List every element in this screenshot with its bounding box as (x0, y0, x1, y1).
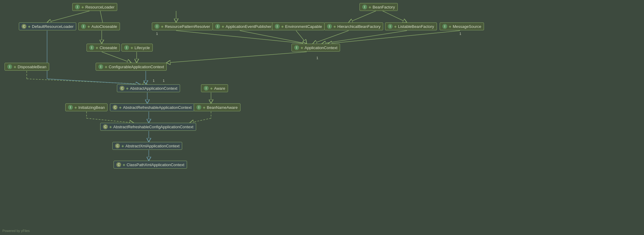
node-Lifecycle[interactable]: I ◈ Lifecycle (121, 44, 153, 52)
svg-text:1: 1 (316, 56, 318, 60)
svg-line-33 (190, 118, 211, 123)
interface-icon: I (275, 24, 280, 29)
interface-icon: I (362, 5, 367, 9)
svg-line-22 (27, 79, 147, 84)
type-icon: ◈ (109, 125, 112, 129)
node-AbstractXmlApplicationContext[interactable]: C ◈ AbstractXmlApplicationContext (112, 142, 182, 150)
node-label: AbstractRefreshableApplicationContext (123, 105, 192, 110)
node-ClassPathXmlApplicationContext[interactable]: C ◈ ClassPathXmlApplicationContext (114, 161, 187, 169)
class-icon: C (116, 162, 121, 167)
node-MessageSource[interactable]: I ◈ MessageSource (440, 22, 484, 30)
interface-icon: I (327, 24, 332, 29)
class-icon: C (113, 105, 118, 110)
node-label: Aware (214, 86, 225, 91)
type-icon: ◈ (126, 86, 128, 90)
node-label: ResourceLoader (85, 5, 114, 9)
interface-icon: I (204, 86, 209, 91)
node-ListableBeanFactory[interactable]: I ◈ ListableBeanFactory (385, 22, 437, 30)
interface-icon: I (75, 5, 80, 9)
type-icon: ◈ (333, 25, 336, 29)
type-icon: ◈ (131, 46, 133, 50)
svg-line-12 (313, 31, 349, 44)
diagram-container: 1 1 1 1 1 (0, 0, 644, 235)
node-AbstractRefreshableApplicationContext[interactable]: C ◈ AbstractRefreshableApplicationContex… (110, 103, 194, 111)
interface-icon: I (124, 45, 129, 50)
svg-line-11 (296, 31, 307, 44)
interface-icon: I (294, 45, 299, 50)
node-AutoCloseable[interactable]: I ◈ AutoCloseable (78, 22, 120, 30)
node-BeanFactory[interactable]: I ◈ BeanFactory (359, 3, 398, 11)
svg-line-9 (176, 31, 307, 44)
node-DefaultResourceLoader[interactable]: C ◈ DefaultResourceLoader (19, 22, 76, 30)
node-label: EnvironmentCapable (285, 24, 322, 29)
class-icon: C (22, 24, 26, 29)
node-label: AbstractRefreshableConfigApplicationCont… (113, 125, 193, 129)
type-icon: ◈ (14, 65, 16, 69)
svg-text:1: 1 (163, 79, 165, 82)
svg-text:1: 1 (153, 79, 155, 82)
node-label: DisposableBean (18, 65, 46, 69)
node-label: AbstractApplicationContext (130, 86, 177, 91)
node-label: BeanNameAware (207, 105, 238, 110)
svg-line-10 (240, 31, 307, 44)
node-label: ResourcePatternResolver (165, 24, 210, 29)
interface-icon: I (81, 24, 86, 29)
interface-icon: I (98, 64, 103, 69)
node-ApplicationEventPublisher[interactable]: I ◈ ApplicationEventPublisher (213, 22, 274, 30)
node-label: ConfigurableApplicationContext (109, 65, 164, 69)
node-InitializingBean[interactable]: I ◈ InitializingBean (65, 103, 107, 111)
type-icon: ◈ (210, 86, 213, 90)
node-DisposableBean[interactable]: I ◈ DisposableBean (5, 63, 49, 71)
node-label: DefaultResourceLoader (32, 24, 73, 29)
node-EnvironmentCapable[interactable]: I ◈ EnvironmentCapable (272, 22, 325, 30)
node-label: Closeable (100, 45, 117, 50)
type-icon: ◈ (301, 46, 303, 50)
svg-line-31 (87, 118, 134, 123)
class-icon: C (120, 86, 124, 91)
type-icon: ◈ (222, 25, 224, 29)
node-ApplicationContext[interactable]: I ◈ ApplicationContext (291, 44, 340, 52)
node-label: ApplicationContext (305, 45, 337, 50)
type-icon: ◈ (119, 106, 121, 109)
type-icon: ◈ (203, 106, 205, 109)
node-Aware[interactable]: I ◈ Aware (201, 84, 228, 92)
svg-line-25 (47, 79, 140, 84)
class-icon: C (115, 143, 120, 148)
type-icon: ◈ (74, 106, 77, 109)
type-icon: ◈ (105, 65, 107, 69)
node-label: Lifecycle (135, 45, 150, 50)
node-ResourceLoader[interactable]: I ◈ ResourceLoader (72, 3, 117, 11)
node-label: AutoCloseable (91, 24, 117, 29)
node-ConfigurableApplicationContext[interactable]: I ◈ ConfigurableApplicationContext (96, 63, 167, 71)
interface-icon: I (7, 64, 12, 69)
interface-icon: I (442, 24, 447, 29)
node-label: AbstractXmlApplicationContext (125, 144, 179, 148)
node-label: BeanFactory (373, 5, 395, 9)
svg-line-3 (47, 11, 90, 22)
svg-line-8 (383, 11, 407, 22)
interface-icon: I (155, 24, 159, 29)
interface-icon: I (388, 24, 393, 29)
type-icon: ◈ (87, 25, 90, 29)
node-BeanNameAware[interactable]: I ◈ BeanNameAware (194, 103, 240, 111)
svg-line-4 (100, 11, 103, 22)
node-ResourcePatternResolver[interactable]: I ◈ ResourcePatternResolver (152, 22, 213, 30)
type-icon: ◈ (123, 163, 125, 167)
type-icon: ◈ (96, 46, 98, 50)
type-icon: ◈ (121, 144, 124, 148)
interface-icon: I (89, 45, 94, 50)
type-icon: ◈ (161, 25, 163, 29)
watermark: Powered by yFiles (2, 229, 30, 233)
node-label: InitializingBean (78, 105, 105, 110)
node-AbstractRefreshableConfigApplicationContext[interactable]: C ◈ AbstractRefreshableConfigApplication… (100, 123, 196, 131)
node-AbstractApplicationContext[interactable]: C ◈ AbstractApplicationContext (117, 84, 180, 92)
interface-icon: I (196, 105, 201, 110)
svg-line-7 (349, 11, 376, 22)
type-icon: ◈ (281, 25, 284, 29)
svg-line-13 (322, 31, 407, 44)
node-label: MessageSource (453, 24, 481, 29)
node-Closeable[interactable]: I ◈ Closeable (87, 44, 120, 52)
interface-icon: I (215, 24, 220, 29)
node-HierarchicalBeanFactory[interactable]: I ◈ HierarchicalBeanFactory (324, 22, 383, 30)
node-label: HierarchicalBeanFactory (337, 24, 380, 29)
